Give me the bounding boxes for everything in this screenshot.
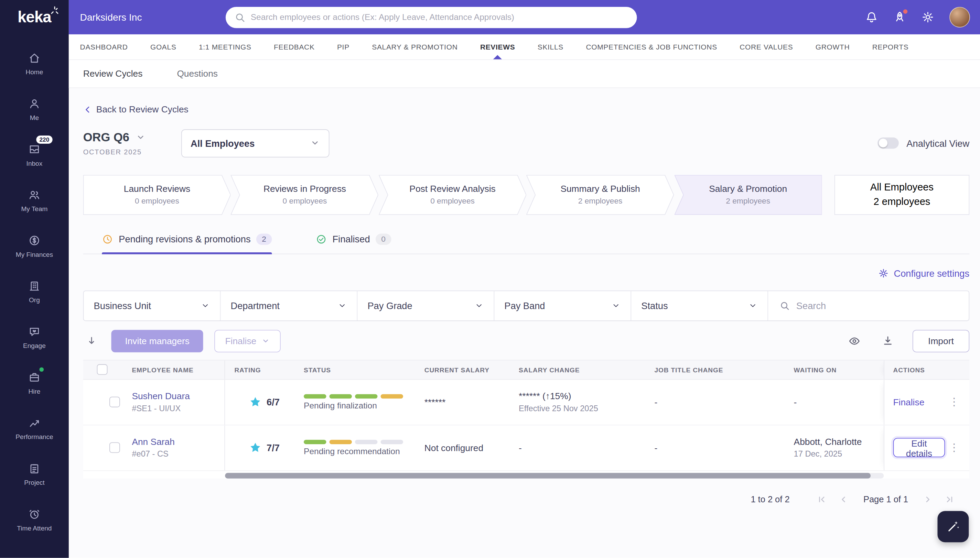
cycle-period: OCTOBER 2025 [83,148,146,156]
nav-item-pip[interactable]: PIP [337,34,350,59]
team-icon [28,189,41,201]
cycle-selector[interactable]: ORG Q6 OCTOBER 2025 [83,131,146,156]
sidebar-item-label: Time Attend [17,524,52,532]
import-button[interactable]: Import [913,329,970,352]
filter-pay-grade[interactable]: Pay Grade [357,291,494,320]
table-header-employee-name: EMPLOYEE NAME [132,360,225,379]
sidebar-item-project[interactable]: Project [0,451,69,497]
subnav-item-review-cycles[interactable]: Review Cycles [83,69,143,79]
filter-label: Pay Grade [367,300,412,311]
sidebar-menu: HomeMe220InboxMy TeamMy FinancesOrgEngag… [0,34,69,542]
sidebar-item-me[interactable]: Me [0,86,69,132]
nav-item-salary-promotion[interactable]: SALARY & PROMOTION [372,34,457,59]
sidebar-item-my-team[interactable]: My Team [0,177,69,223]
filter-status[interactable]: Status [631,291,768,320]
nav-item-competencies-job-functions[interactable]: COMPETENCIES & JOB FUNCTIONS [586,34,717,59]
finalise-row-link[interactable]: Finalise [893,397,924,407]
global-search-input[interactable] [251,12,628,22]
sidebar-item-org[interactable]: Org [0,269,69,314]
nav-item-feedback[interactable]: FEEDBACK [274,34,314,59]
chevron-left-icon [83,105,92,114]
stage-salary-promotion[interactable]: Salary & Promotion2 employees [674,175,822,215]
employee-scope-select[interactable]: All Employees [181,129,329,157]
nav-item-goals[interactable]: GOALS [150,34,176,59]
nav-item-dashboard[interactable]: DASHBOARD [80,34,128,59]
sidebar-item-time-attend[interactable]: Time Attend [0,497,69,543]
keka-logo-text: keka [18,8,51,26]
scrollbar-thumb[interactable] [225,473,871,478]
nav-item-growth[interactable]: GROWTH [816,34,850,59]
horizontal-scrollbar[interactable] [225,473,884,478]
magic-wand-icon [945,519,961,534]
prev-page-button[interactable] [838,493,850,505]
nav-item-skills[interactable]: SKILLS [538,34,564,59]
announcements-button[interactable] [893,11,906,24]
analytical-view-toggle[interactable] [878,138,899,149]
stage-summary-publish[interactable]: Summary & Publish2 employees [526,175,674,215]
logo-spark-icon [51,6,59,15]
row-kebab-menu-button[interactable]: ⋮ [948,396,961,409]
next-page-button[interactable] [922,493,934,505]
finalise-dropdown-button[interactable]: Finalise [215,329,281,352]
notifications-bell-button[interactable] [865,11,878,24]
nav-item-reports[interactable]: REPORTS [872,34,909,59]
sidebar-item-inbox[interactable]: 220Inbox [0,132,69,177]
sort-button[interactable] [83,332,100,349]
topbar-actions [865,7,970,28]
download-button[interactable] [879,332,896,349]
salary-change-note: Effective 25 Nov 2025 [519,404,645,413]
filter-business-unit[interactable]: Business Unit [84,291,220,320]
stage-post-review-analysis[interactable]: Post Review Analysis0 employees [379,175,527,215]
star-icon [249,442,261,454]
stage-launch-reviews[interactable]: Launch Reviews0 employees [83,175,231,215]
nav-item-1-1-meetings[interactable]: 1:1 MEETINGS [199,34,252,59]
rating-cell: 6/7 [225,379,294,425]
tab-finalised[interactable]: Finalised0 [316,233,391,253]
employee-id: #SE1 - UI/UX [132,404,224,413]
employee-name-link[interactable]: Ann Sarah [132,437,224,446]
filter-department[interactable]: Department [220,291,357,320]
invite-managers-button[interactable]: Invite managers [111,329,203,352]
sidebar-item-my-finances[interactable]: My Finances [0,223,69,269]
row-kebab-menu-button[interactable]: ⋮ [948,441,961,454]
configure-settings-link[interactable]: Configure settings [878,266,969,280]
user-avatar[interactable] [949,7,970,28]
keka-logo[interactable]: keka [0,0,69,34]
nav-item-core-values[interactable]: CORE VALUES [740,34,793,59]
employee-id: #e07 - CS [132,449,224,458]
back-to-review-cycles-link[interactable]: Back to Review Cycles [83,104,189,114]
settings-button[interactable] [921,11,934,24]
nav-item-reviews[interactable]: REVIEWS [480,34,515,59]
table-header-salary-change: SALARY CHANGE [510,360,645,379]
employee-name-link[interactable]: Sushen Duara [132,391,224,401]
ai-assistant-fab[interactable] [938,511,969,542]
actions-cell: Edit details⋮ [884,425,969,470]
first-page-button[interactable] [816,493,828,505]
sidebar-item-hire[interactable]: Hire [0,360,69,406]
global-search[interactable] [226,7,637,28]
table-search-input[interactable] [796,300,958,311]
table-header-current-salary: CURRENT SALARY [415,360,509,379]
sidebar-item-home[interactable]: Home [0,41,69,86]
inbox-count-badge: 220 [36,135,52,144]
row-checkbox[interactable] [109,397,120,407]
stage-reviews-in-progress[interactable]: Reviews in Progress0 employees [231,175,379,215]
org-icon [28,279,41,292]
column-visibility-button[interactable] [845,332,863,350]
sidebar-item-engage[interactable]: Engage [0,314,69,360]
select-all-checkbox[interactable] [97,364,108,375]
subnav-item-questions[interactable]: Questions [177,69,218,79]
pagination-page: Page 1 of 1 [863,494,908,504]
last-page-button[interactable] [944,493,956,505]
stage-all-employees[interactable]: All Employees2 employees [835,175,969,215]
sidebar-item-label: Me [30,113,39,121]
finalise-dropdown-label: Finalise [225,336,256,346]
sidebar-item-label: Org [29,296,40,303]
row-checkbox[interactable] [109,442,120,453]
sidebar-item-performance[interactable]: Performance [0,405,69,451]
hire-icon [28,371,41,383]
table-search[interactable] [768,291,968,320]
edit-details-button[interactable]: Edit details [893,438,945,457]
filter-pay-band[interactable]: Pay Band [494,291,631,320]
tab-pending-revisions-promotions[interactable]: Pending revisions & promotions2 [102,233,272,253]
